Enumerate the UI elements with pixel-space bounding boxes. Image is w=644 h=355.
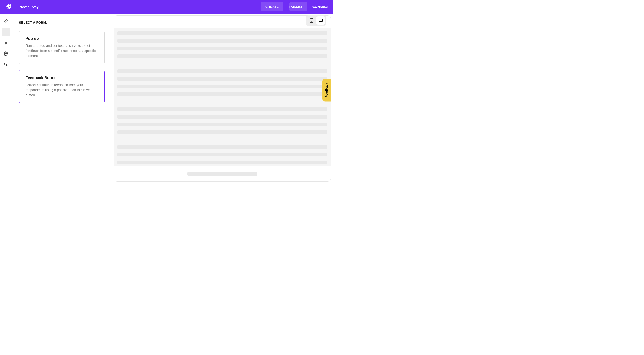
form-option-description: Run targeted and contextual surveys to g… (26, 43, 98, 58)
desktop-icon (318, 18, 323, 22)
gear-icon (4, 51, 8, 56)
sidebar-item-translate[interactable] (2, 60, 10, 69)
skeleton-search (187, 172, 257, 176)
preview-frame: Feedback (114, 15, 331, 182)
sidebar-item-wand[interactable] (2, 17, 10, 25)
form-option-popup[interactable]: Pop-up Run targeted and contextual surve… (19, 31, 104, 64)
preview-topbar (114, 15, 330, 28)
nav-tabs: CREATE TARGET CONNECT LAUNCH ANALYZE (261, 2, 332, 11)
sidebar-item-list[interactable] (2, 28, 10, 36)
preview-area: Feedback (112, 13, 332, 183)
mobile-preview-toggle[interactable] (307, 16, 316, 25)
drop-icon (4, 41, 8, 45)
tab-create[interactable]: CREATE (261, 2, 283, 11)
mobile-icon (310, 18, 313, 23)
form-option-description: Collect continuous feedback from your re… (26, 82, 98, 98)
sidebar-item-settings[interactable] (2, 49, 10, 58)
wand-icon (4, 19, 8, 23)
app-header: New survey CREATE TARGET CONNECT LAUNCH … (0, 0, 332, 13)
preview-bottombar (114, 166, 330, 181)
svg-point-9 (5, 53, 6, 54)
form-panel-title: SELECT A FORM: (19, 21, 104, 24)
skeleton-placeholder (114, 31, 330, 166)
tab-target[interactable]: TARGET (284, 2, 307, 11)
page-title: New survey (20, 5, 38, 9)
sidebar-item-theme[interactable] (2, 39, 10, 47)
tab-connect[interactable]: CONNECT (308, 2, 332, 11)
main-content: SELECT A FORM: Pop-up Run targeted and c… (0, 13, 332, 183)
app-logo (4, 3, 12, 10)
form-selection-panel: SELECT A FORM: Pop-up Run targeted and c… (12, 13, 112, 183)
form-option-title: Feedback Button (26, 76, 98, 80)
translate-icon (4, 62, 8, 67)
vertical-sidebar (0, 13, 12, 183)
svg-rect-12 (319, 19, 322, 22)
form-option-title: Pop-up (26, 36, 98, 41)
device-toggle (306, 15, 326, 26)
form-option-feedback-button[interactable]: Feedback Button Collect continuous feedb… (19, 70, 104, 103)
preview-content: Feedback (114, 28, 330, 166)
list-icon (4, 30, 8, 34)
svg-point-11 (312, 22, 312, 22)
feedback-button-preview[interactable]: Feedback (322, 79, 330, 102)
desktop-preview-toggle[interactable] (316, 16, 325, 25)
